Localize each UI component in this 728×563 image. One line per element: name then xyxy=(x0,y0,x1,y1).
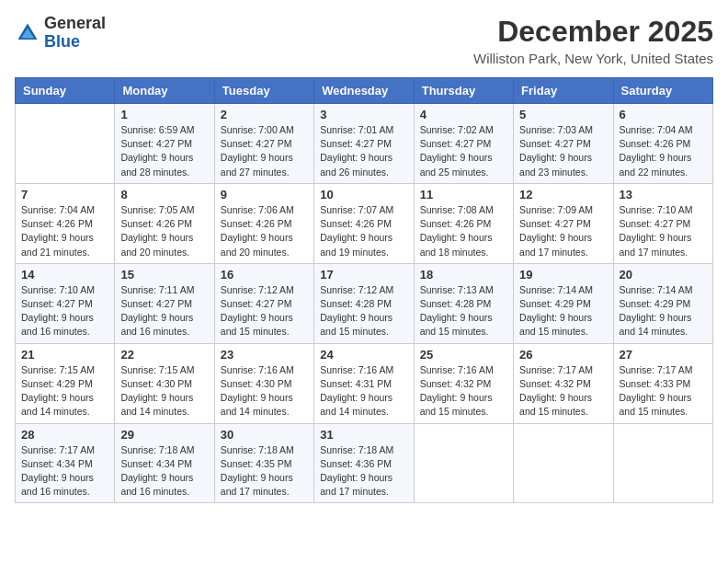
weekday-header-sunday: Sunday xyxy=(16,78,115,104)
day-number: 14 xyxy=(21,268,108,282)
day-number: 20 xyxy=(620,268,707,282)
day-number: 26 xyxy=(519,348,607,362)
day-info: Sunrise: 7:17 AMSunset: 4:32 PMDaylight:… xyxy=(519,363,607,419)
day-info: Sunrise: 7:09 AMSunset: 4:27 PMDaylight:… xyxy=(519,203,607,259)
day-number: 16 xyxy=(221,268,308,282)
day-info: Sunrise: 7:01 AMSunset: 4:27 PMDaylight:… xyxy=(320,123,407,179)
day-number: 28 xyxy=(21,428,108,442)
calendar-cell: 16Sunrise: 7:12 AMSunset: 4:27 PMDayligh… xyxy=(214,263,313,343)
calendar-cell: 17Sunrise: 7:12 AMSunset: 4:28 PMDayligh… xyxy=(314,263,414,343)
calendar-cell xyxy=(613,423,712,503)
weekday-header-wednesday: Wednesday xyxy=(314,78,414,104)
day-number: 22 xyxy=(120,348,208,362)
calendar-week-1: 1Sunrise: 6:59 AMSunset: 4:27 PMDaylight… xyxy=(16,104,713,184)
day-number: 23 xyxy=(221,348,308,362)
weekday-header-monday: Monday xyxy=(115,78,214,104)
day-number: 2 xyxy=(221,108,308,121)
calendar-week-4: 21Sunrise: 7:15 AMSunset: 4:29 PMDayligh… xyxy=(16,343,713,423)
calendar-cell: 6Sunrise: 7:04 AMSunset: 4:26 PMDaylight… xyxy=(613,104,712,184)
calendar-cell: 3Sunrise: 7:01 AMSunset: 4:27 PMDaylight… xyxy=(314,104,414,184)
calendar-cell: 30Sunrise: 7:18 AMSunset: 4:35 PMDayligh… xyxy=(214,423,313,503)
calendar-cell: 24Sunrise: 7:16 AMSunset: 4:31 PMDayligh… xyxy=(314,343,414,423)
day-number: 24 xyxy=(320,348,407,362)
day-info: Sunrise: 7:11 AMSunset: 4:27 PMDaylight:… xyxy=(120,283,208,339)
day-number: 19 xyxy=(519,268,607,282)
title-area: December 2025 Williston Park, New York, … xyxy=(473,15,713,66)
day-number: 25 xyxy=(420,348,507,362)
day-info: Sunrise: 7:15 AMSunset: 4:29 PMDaylight:… xyxy=(21,363,108,419)
calendar-cell: 29Sunrise: 7:18 AMSunset: 4:34 PMDayligh… xyxy=(115,423,214,503)
day-number: 15 xyxy=(120,268,208,282)
calendar-cell: 31Sunrise: 7:18 AMSunset: 4:36 PMDayligh… xyxy=(314,423,414,503)
day-info: Sunrise: 7:03 AMSunset: 4:27 PMDaylight:… xyxy=(519,123,607,179)
day-info: Sunrise: 7:02 AMSunset: 4:27 PMDaylight:… xyxy=(420,123,507,179)
calendar-cell: 22Sunrise: 7:15 AMSunset: 4:30 PMDayligh… xyxy=(115,343,214,423)
calendar-cell: 28Sunrise: 7:17 AMSunset: 4:34 PMDayligh… xyxy=(16,423,115,503)
calendar-cell xyxy=(414,423,513,503)
day-info: Sunrise: 7:16 AMSunset: 4:32 PMDaylight:… xyxy=(420,363,507,419)
calendar-cell: 8Sunrise: 7:05 AMSunset: 4:26 PMDaylight… xyxy=(115,183,214,263)
calendar-cell: 14Sunrise: 7:10 AMSunset: 4:27 PMDayligh… xyxy=(16,263,115,343)
day-number: 12 xyxy=(519,188,607,201)
day-number: 1 xyxy=(120,108,208,121)
day-info: Sunrise: 7:17 AMSunset: 4:34 PMDaylight:… xyxy=(21,443,108,500)
day-info: Sunrise: 7:04 AMSunset: 4:26 PMDaylight:… xyxy=(620,123,707,179)
calendar-week-3: 14Sunrise: 7:10 AMSunset: 4:27 PMDayligh… xyxy=(16,263,713,343)
day-info: Sunrise: 7:17 AMSunset: 4:33 PMDaylight:… xyxy=(620,363,707,419)
day-number: 10 xyxy=(320,188,407,201)
day-info: Sunrise: 7:00 AMSunset: 4:27 PMDaylight:… xyxy=(221,123,308,179)
calendar-cell: 26Sunrise: 7:17 AMSunset: 4:32 PMDayligh… xyxy=(514,343,613,423)
weekday-header-tuesday: Tuesday xyxy=(214,78,313,104)
day-info: Sunrise: 7:05 AMSunset: 4:26 PMDaylight:… xyxy=(120,203,208,259)
day-number: 8 xyxy=(120,188,208,201)
day-info: Sunrise: 7:08 AMSunset: 4:26 PMDaylight:… xyxy=(420,203,507,259)
calendar-cell: 13Sunrise: 7:10 AMSunset: 4:27 PMDayligh… xyxy=(613,183,712,263)
day-info: Sunrise: 7:14 AMSunset: 4:29 PMDaylight:… xyxy=(519,283,607,339)
calendar-table: SundayMondayTuesdayWednesdayThursdayFrid… xyxy=(15,77,713,503)
calendar-cell xyxy=(514,423,613,503)
day-info: Sunrise: 7:16 AMSunset: 4:31 PMDaylight:… xyxy=(320,363,407,419)
day-info: Sunrise: 7:18 AMSunset: 4:34 PMDaylight:… xyxy=(120,443,208,500)
calendar-cell: 25Sunrise: 7:16 AMSunset: 4:32 PMDayligh… xyxy=(414,343,513,423)
day-number: 21 xyxy=(21,348,108,362)
day-number: 13 xyxy=(620,188,707,201)
day-info: Sunrise: 6:59 AMSunset: 4:27 PMDaylight:… xyxy=(120,123,208,179)
calendar-cell: 5Sunrise: 7:03 AMSunset: 4:27 PMDaylight… xyxy=(514,104,613,184)
weekday-header-friday: Friday xyxy=(514,78,613,104)
calendar-cell: 9Sunrise: 7:06 AMSunset: 4:26 PMDaylight… xyxy=(214,183,313,263)
calendar-cell: 7Sunrise: 7:04 AMSunset: 4:26 PMDaylight… xyxy=(16,183,115,263)
logo: General Blue xyxy=(15,15,106,52)
calendar-cell: 18Sunrise: 7:13 AMSunset: 4:28 PMDayligh… xyxy=(414,263,513,343)
weekday-header-saturday: Saturday xyxy=(613,78,712,104)
day-number: 4 xyxy=(420,108,507,121)
day-info: Sunrise: 7:18 AMSunset: 4:35 PMDaylight:… xyxy=(221,443,308,500)
calendar-cell: 4Sunrise: 7:02 AMSunset: 4:27 PMDaylight… xyxy=(414,104,513,184)
calendar-cell: 19Sunrise: 7:14 AMSunset: 4:29 PMDayligh… xyxy=(514,263,613,343)
day-number: 6 xyxy=(620,108,707,121)
calendar-cell: 23Sunrise: 7:16 AMSunset: 4:30 PMDayligh… xyxy=(214,343,313,423)
calendar-cell: 15Sunrise: 7:11 AMSunset: 4:27 PMDayligh… xyxy=(115,263,214,343)
day-info: Sunrise: 7:12 AMSunset: 4:28 PMDaylight:… xyxy=(320,283,407,339)
day-number: 9 xyxy=(221,188,308,201)
day-number: 17 xyxy=(320,268,407,282)
day-info: Sunrise: 7:16 AMSunset: 4:30 PMDaylight:… xyxy=(221,363,308,419)
day-info: Sunrise: 7:15 AMSunset: 4:30 PMDaylight:… xyxy=(120,363,208,419)
calendar-cell: 2Sunrise: 7:00 AMSunset: 4:27 PMDaylight… xyxy=(214,104,313,184)
logo-icon xyxy=(15,20,40,46)
weekday-header-row: SundayMondayTuesdayWednesdayThursdayFrid… xyxy=(16,78,713,104)
calendar-week-5: 28Sunrise: 7:17 AMSunset: 4:34 PMDayligh… xyxy=(16,423,713,503)
day-number: 30 xyxy=(221,428,308,442)
day-number: 27 xyxy=(620,348,707,362)
day-info: Sunrise: 7:07 AMSunset: 4:26 PMDaylight:… xyxy=(320,203,407,259)
weekday-header-thursday: Thursday xyxy=(414,78,513,104)
calendar-cell: 20Sunrise: 7:14 AMSunset: 4:29 PMDayligh… xyxy=(613,263,712,343)
day-info: Sunrise: 7:10 AMSunset: 4:27 PMDaylight:… xyxy=(21,283,108,339)
calendar-cell: 12Sunrise: 7:09 AMSunset: 4:27 PMDayligh… xyxy=(514,183,613,263)
calendar-cell: 10Sunrise: 7:07 AMSunset: 4:26 PMDayligh… xyxy=(314,183,414,263)
day-number: 18 xyxy=(420,268,507,282)
day-number: 7 xyxy=(21,188,108,201)
location-title: Williston Park, New York, United States xyxy=(473,51,713,66)
calendar-cell: 27Sunrise: 7:17 AMSunset: 4:33 PMDayligh… xyxy=(613,343,712,423)
day-info: Sunrise: 7:10 AMSunset: 4:27 PMDaylight:… xyxy=(620,203,707,259)
day-number: 5 xyxy=(519,108,607,121)
